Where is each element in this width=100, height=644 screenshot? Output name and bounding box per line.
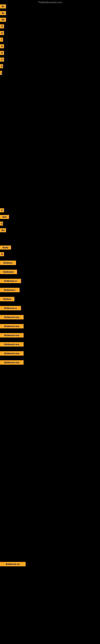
button-btn26[interactable]: Bottleneck resu <box>0 333 24 338</box>
button-btn21[interactable]: Bottleneck r <box>0 288 20 292</box>
button-btn11[interactable]: | <box>0 71 2 75</box>
button-btn22[interactable]: Bottlene <box>0 297 14 301</box>
button-btn7[interactable]: B <box>0 44 4 48</box>
site-title: TheBottlenecker.com <box>38 1 62 4</box>
button-btn25[interactable]: Bottleneck resu <box>0 324 24 328</box>
button-btn8[interactable]: B <box>0 51 4 55</box>
button-btn28[interactable]: Bottleneck resu <box>0 351 24 356</box>
button-btn20[interactable]: Bottleneck re <box>0 279 21 283</box>
button-btn1[interactable]: Bo <box>0 4 6 8</box>
button-btn29[interactable]: Bottleneck resu <box>0 360 24 365</box>
button-btn15[interactable]: Bo <box>0 228 6 232</box>
button-btn5[interactable]: B <box>0 31 4 35</box>
button-btn18[interactable]: Bottlenec <box>0 260 16 265</box>
button-btn24[interactable]: Bottleneck resu <box>0 315 24 320</box>
button-btn2[interactable]: Bo <box>0 11 6 15</box>
button-btn10[interactable]: 6 <box>0 64 3 68</box>
button-btn16[interactable]: Bottle <box>0 246 11 250</box>
button-btn4[interactable]: B <box>0 24 4 28</box>
button-btn13[interactable]: Bott <box>0 215 9 219</box>
button-btn27[interactable]: Bottleneck resu <box>0 342 24 346</box>
button-btn19[interactable]: Bottleneck <box>0 270 17 274</box>
button-btn30[interactable]: Bottleneck res <box>0 562 26 566</box>
button-btn12[interactable]: E <box>0 208 4 212</box>
button-btn23[interactable]: Bottleneck re <box>0 306 21 310</box>
button-btn9[interactable]: E <box>0 58 4 62</box>
button-btn6[interactable]: I <box>0 38 3 42</box>
button-btn17[interactable]: B <box>0 252 4 256</box>
button-btn3[interactable]: B4 <box>0 18 6 22</box>
button-btn14[interactable]: C <box>0 222 3 226</box>
